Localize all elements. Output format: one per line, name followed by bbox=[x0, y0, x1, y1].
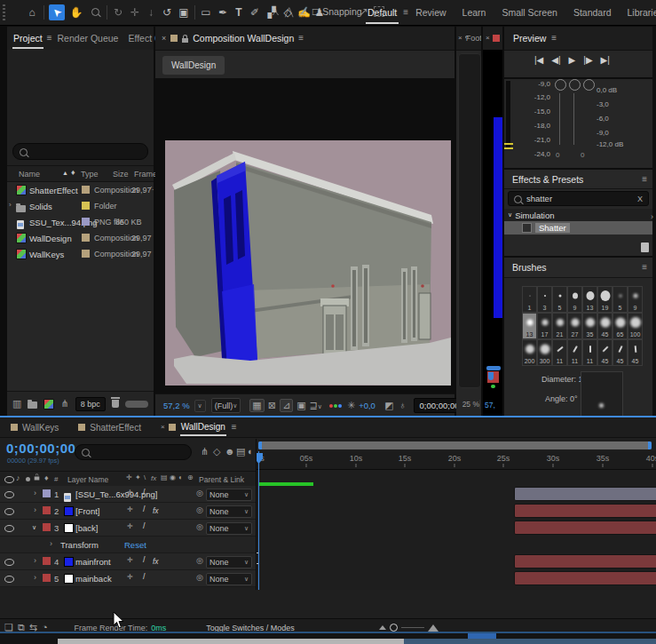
mask-visibility-icon[interactable]: ⊠ bbox=[268, 401, 276, 410]
project-row-wallkeys[interactable]: WallKeys Composition 29,97 bbox=[7, 246, 154, 262]
brush-preset[interactable]: 300 bbox=[537, 339, 552, 366]
anchor-switch-icon[interactable]: ✛ bbox=[126, 474, 132, 481]
brush-preset[interactable]: 27 bbox=[567, 313, 582, 339]
brush-preset[interactable]: 5 bbox=[613, 286, 628, 313]
selection-tool-icon[interactable]: ➤ bbox=[49, 4, 65, 20]
mask-feather-tool-icon[interactable]: ⋀ bbox=[285, 5, 294, 18]
taskbar-item-blue[interactable] bbox=[404, 639, 656, 644]
next-frame-icon[interactable]: |▶ bbox=[583, 55, 592, 65]
snapping-toggle[interactable]: □ Snapping bbox=[312, 5, 362, 18]
transparency-grid-icon[interactable]: ▣ bbox=[296, 401, 305, 410]
eye-icon[interactable] bbox=[4, 508, 14, 515]
expander-icon[interactable]: › bbox=[34, 489, 36, 497]
brush-preset[interactable]: 11 bbox=[552, 339, 567, 366]
fx-badge[interactable]: fx bbox=[153, 506, 159, 515]
pen-tool-icon[interactable]: ✒ bbox=[217, 6, 229, 19]
workspace-tab-learn[interactable]: Learn bbox=[462, 7, 486, 18]
layer-row-2[interactable]: › 2 [Front] ✛ / fx ◎ None∨ bbox=[0, 503, 256, 520]
hide-shy-layers-icon[interactable]: ☻ bbox=[225, 447, 235, 457]
type-tool-icon[interactable]: T bbox=[233, 6, 244, 19]
camera-tool-icon[interactable]: ▣ bbox=[178, 6, 190, 19]
expander-icon[interactable]: › bbox=[34, 557, 36, 565]
column-name[interactable]: Name bbox=[19, 170, 40, 179]
zoom-slider-track[interactable] bbox=[401, 627, 424, 628]
expander-icon[interactable]: › bbox=[50, 540, 52, 548]
brush-preset[interactable]: 65 bbox=[613, 313, 628, 339]
close-tab-icon[interactable]: × bbox=[486, 35, 490, 42]
close-tab-icon[interactable]: × bbox=[161, 424, 165, 431]
fx-badge[interactable]: fx bbox=[153, 557, 159, 566]
pickwhip-icon[interactable]: ◎ bbox=[196, 557, 203, 565]
timeline-tab-shattereffect[interactable]: ShatterEffect bbox=[90, 423, 141, 433]
brush-preset[interactable]: 45 bbox=[628, 339, 643, 366]
parent-dropdown[interactable]: None∨ bbox=[206, 556, 252, 568]
frame-blending-icon[interactable]: ▤ bbox=[236, 447, 245, 457]
audio-column-icon[interactable]: ♪ bbox=[16, 474, 20, 482]
brush-preset[interactable]: 9 bbox=[567, 286, 582, 313]
project-search[interactable] bbox=[12, 143, 148, 160]
effects-search[interactable]: shatter X bbox=[508, 191, 649, 206]
timeline-tab-wallkeys[interactable]: WallKeys bbox=[22, 423, 59, 433]
brush-preset[interactable]: 9 bbox=[628, 286, 643, 313]
parent-dropdown[interactable]: None∨ bbox=[206, 505, 252, 518]
playhead-line[interactable] bbox=[258, 451, 259, 590]
zoom-out-mountain-icon[interactable] bbox=[379, 625, 386, 630]
preview-menu-icon[interactable]: ≡ bbox=[551, 34, 557, 43]
workspace-tab-libraries[interactable]: Libraries bbox=[628, 7, 656, 18]
bit-depth-button[interactable]: 8 bpc bbox=[75, 397, 106, 411]
eye-icon[interactable] bbox=[4, 525, 14, 532]
exposure-icon[interactable]: ✳ bbox=[347, 401, 355, 410]
parent-dropdown[interactable]: None∨ bbox=[206, 522, 252, 535]
quality-icon[interactable]: / bbox=[143, 522, 146, 530]
resolution-dropdown[interactable]: (Full)∨ bbox=[211, 398, 241, 413]
brush-preset[interactable]: 100 bbox=[628, 313, 643, 339]
draft-3d-icon[interactable]: ◇ bbox=[213, 447, 220, 457]
brush-preset[interactable]: 11 bbox=[582, 339, 597, 366]
effects-category-simulation[interactable]: ∨ Simulation bbox=[504, 209, 652, 222]
brush-preset[interactable]: 3 bbox=[537, 286, 552, 313]
pan-camera-tool-icon[interactable]: ✛ bbox=[129, 6, 141, 19]
label-swatch[interactable] bbox=[82, 218, 90, 226]
quality-icon[interactable]: / bbox=[143, 556, 146, 564]
layer-label-swatch[interactable] bbox=[43, 506, 51, 514]
anchor-switch-icon[interactable]: ✛ bbox=[127, 506, 133, 513]
taskbar-item-light[interactable] bbox=[58, 639, 404, 644]
trash-icon[interactable] bbox=[112, 400, 119, 408]
play-icon[interactable]: ▶ bbox=[569, 55, 576, 65]
layer-label-swatch[interactable] bbox=[43, 523, 51, 531]
hand-tool-icon[interactable]: ✋ bbox=[69, 6, 83, 19]
pickwhip-icon[interactable]: ◎ bbox=[196, 574, 203, 582]
mask-vertex-tool-icon[interactable]: ⋏ bbox=[272, 5, 280, 18]
reset-link[interactable]: Reset bbox=[124, 540, 146, 550]
motion-blur-switch-icon[interactable]: ◉ bbox=[170, 474, 176, 481]
sort-ascending-icon[interactable]: ▲ bbox=[62, 170, 68, 176]
viewer-zoom-value[interactable]: 57, bbox=[485, 401, 495, 409]
parent-dropdown[interactable]: None∨ bbox=[206, 489, 252, 501]
panel-scrollbar[interactable] bbox=[125, 401, 148, 408]
roi-icon[interactable]: ⊿ bbox=[280, 399, 293, 412]
layer-name[interactable]: [back] bbox=[75, 523, 98, 533]
project-row-png[interactable]: SSU_Tex...94.png PNG file 850 KB bbox=[7, 214, 154, 230]
motion-blur-icon[interactable]: ◐ bbox=[248, 447, 254, 457]
new-preset-icon[interactable] bbox=[641, 242, 649, 252]
column-size[interactable]: Size bbox=[113, 170, 129, 179]
adjustment-switch-icon[interactable]: ◐ bbox=[178, 474, 183, 481]
eye-icon[interactable] bbox=[4, 559, 14, 566]
zoom-tool-icon[interactable] bbox=[88, 6, 102, 19]
video-column-icon[interactable] bbox=[4, 476, 14, 483]
brush-preset[interactable]: 17 bbox=[537, 313, 552, 339]
fx-switch-icon[interactable]: fx bbox=[151, 474, 156, 482]
work-area-end-handle[interactable] bbox=[648, 441, 652, 449]
timeline-tab-walldesign[interactable]: WallDesign bbox=[180, 418, 226, 436]
rectangle-tool-icon[interactable]: ▭ bbox=[200, 6, 212, 19]
exposure-value[interactable]: +0,0 bbox=[359, 401, 375, 410]
comp-zoom-value[interactable]: 57,2 % bbox=[163, 401, 190, 410]
label-column-icon[interactable]: ♦ bbox=[44, 474, 49, 482]
brush-preset[interactable]: 5 bbox=[552, 286, 567, 313]
anchor-switch-icon[interactable]: ✛ bbox=[127, 574, 133, 581]
timeline-menu-icon[interactable]: ≡ bbox=[232, 423, 237, 432]
brush-preset-selected[interactable]: 13 bbox=[522, 313, 537, 339]
layer-bar-2[interactable] bbox=[514, 504, 656, 518]
collapse-switch-icon[interactable]: ✦ bbox=[135, 474, 141, 481]
snapshot-camera-icon[interactable]: ◩ bbox=[384, 401, 393, 410]
